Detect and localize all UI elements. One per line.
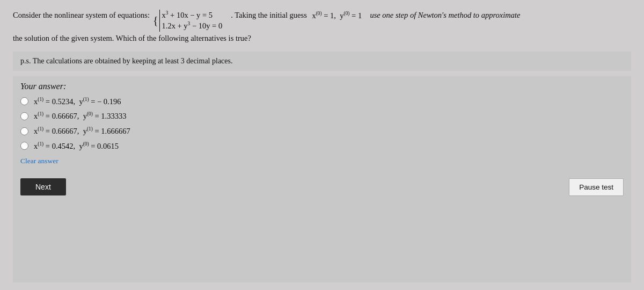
option-radio-3[interactable] [20,127,28,135]
equation-2: 1.2x + y3 − 10y = 0 [162,20,223,31]
clear-answer-link[interactable]: Clear answer [20,157,58,165]
option-radio-1[interactable] [20,97,28,105]
option-label-1: x(1) = 0.5234, y(1) = − 0.196 [34,97,121,106]
ps-block: p.s. The calculations are obtained by ke… [13,52,631,71]
pause-test-button[interactable]: Pause test [569,178,624,196]
bottom-bar: Next Pause test [20,178,624,196]
question-intro: Consider the nonlinear system of equatio… [13,10,150,21]
question-block: Consider the nonlinear system of equatio… [13,10,631,48]
option-label-2: x(1) = 0.66667, y(0) = 1.33333 [34,111,126,121]
next-button[interactable]: Next [20,178,66,195]
equation-1: x3 + 10x − y = 5 [162,10,223,20]
ps-text: p.s. The calculations are obtained by ke… [20,57,233,65]
taking-text: . Taking the initial guess [231,10,309,21]
question-line1: Consider the nonlinear system of equatio… [13,10,631,32]
question-line2: the solution of the given system. Which … [13,34,631,43]
your-answer-label: Your answer: [20,82,624,91]
main-container: Consider the nonlinear system of equatio… [0,0,644,290]
option-radio-2[interactable] [20,112,28,120]
guess-text: x(0) = 1, y(0) = 1 [312,10,365,22]
option-item-1[interactable]: x(1) = 0.5234, y(1) = − 0.196 [20,97,624,106]
option-item-2[interactable]: x(1) = 0.66667, y(0) = 1.33333 [20,111,624,121]
option-label-4: x(1) = 0.4542, y(0) = 0.0615 [34,141,119,151]
option-label-3: x(1) = 0.66667, y(1) = 1.666667 [34,126,130,136]
option-item-3[interactable]: x(1) = 0.66667, y(1) = 1.666667 [20,126,624,136]
option-list: x(1) = 0.5234, y(1) = − 0.196 x(1) = 0.6… [20,97,624,151]
equations-block: x3 + 10x − y = 5 1.2x + y3 − 10y = 0 [159,10,223,32]
option-item-4[interactable]: x(1) = 0.4542, y(0) = 0.0615 [20,141,624,151]
answer-section: Your answer: x(1) = 0.5234, y(1) = − 0.1… [13,76,631,282]
option-radio-4[interactable] [20,142,28,150]
use-text: use one step of Newton's method to appro… [370,10,520,21]
